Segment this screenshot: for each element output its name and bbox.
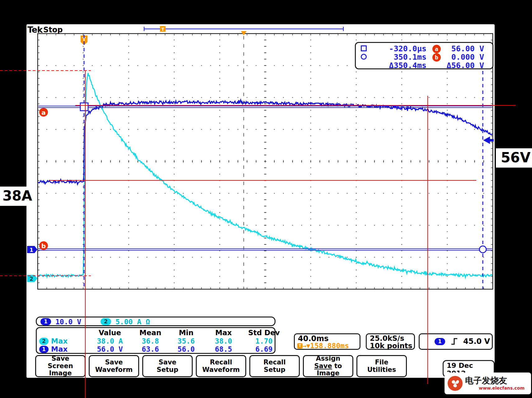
button-label: Setup xyxy=(143,366,192,374)
meas-mean: 63.6 xyxy=(132,345,169,353)
assign-save-to-image-button[interactable]: Assign Save to Image xyxy=(303,355,353,377)
col-header-max: Max xyxy=(205,329,242,337)
ch1-row-badge: 1 xyxy=(39,346,49,353)
arrow-icon: → xyxy=(303,342,306,349)
cursor-a-value: 56.00 V xyxy=(444,44,484,53)
button-label: Recall xyxy=(250,359,299,366)
elecfans-watermark: 电子发烧友 www.elecfans.com xyxy=(445,373,531,394)
down-marker-icon: ▼ xyxy=(306,343,310,349)
meas-name: Max xyxy=(51,337,73,345)
channel-scale-bar: 1 10.0 V 2 5.00 A Ω xyxy=(36,317,275,326)
record-length: 10k points xyxy=(370,342,412,350)
meas-mean: 36.8 xyxy=(132,337,169,345)
cursor1-square-icon xyxy=(361,45,367,51)
rising-edge-icon xyxy=(451,337,459,346)
acquisition-box: 25.0kS/s 10k points xyxy=(366,333,415,350)
timebase-box: 40.0ms T→▼158.880ms xyxy=(294,333,360,350)
watermark-brand: 电子发烧友 xyxy=(465,375,507,386)
button-label: File xyxy=(357,359,406,366)
watermark-url[interactable]: www.elecfans.com xyxy=(479,386,525,391)
button-label: Recall xyxy=(197,359,245,366)
acquisition-state-label: Stop xyxy=(43,25,63,34)
button-label: Waveform xyxy=(197,366,245,374)
meas-name: Max xyxy=(51,345,73,353)
meas-value: 38.0 A xyxy=(91,337,129,345)
ch2-badge[interactable]: 2 xyxy=(101,318,111,325)
ch2-scale[interactable]: 5.00 A Ω xyxy=(115,318,150,326)
button-label: Save xyxy=(143,359,192,366)
save-waveform-button[interactable]: Save Waveform xyxy=(89,355,139,377)
button-label: Waveform xyxy=(90,366,138,374)
col-header-value: Value xyxy=(91,329,129,337)
recall-waveform-button[interactable]: Recall Waveform xyxy=(196,355,246,377)
meas-min: 35.6 xyxy=(167,337,205,345)
ch2-row-badge: 2 xyxy=(39,338,49,345)
cursor-b-readout-badge: b xyxy=(432,53,441,62)
voltage-annotation-label: 56V xyxy=(496,148,532,168)
meas-max: 68.5 xyxy=(205,345,242,353)
cursor1-time: -320.0µs xyxy=(373,44,426,53)
trigger-level: 45.0 V xyxy=(463,337,490,346)
button-label: Utilities xyxy=(357,366,406,374)
button-label: Save xyxy=(36,355,85,363)
meas-stddev: 1.70 xyxy=(241,337,287,345)
col-header-mean: Mean xyxy=(132,329,169,337)
ch1-badge[interactable]: 1 xyxy=(40,318,51,325)
button-label: Save xyxy=(90,359,138,366)
cursor2-circle-icon xyxy=(361,54,367,60)
col-header-min: Min xyxy=(167,329,205,337)
ch1-scale[interactable]: 10.0 V xyxy=(55,318,81,326)
oscilloscope-screenshot: T T a b xyxy=(0,0,532,398)
button-label: Setup xyxy=(250,366,299,374)
button-label: Image xyxy=(304,370,352,377)
trigger-status-box: 1 45.0 V xyxy=(419,333,493,350)
cursor-a-readout-badge: a xyxy=(432,45,441,53)
meas-max: 38.0 xyxy=(205,337,242,345)
cursor2-time: 350.1ms xyxy=(373,53,426,62)
measurements-table: Value Mean Min Max Std Dev 2 Max 38.0 A … xyxy=(36,327,275,354)
col-header-stddev: Std Dev xyxy=(241,329,287,337)
delta-value: Δ56.00 V xyxy=(444,61,484,70)
current-annotation-label: 38A xyxy=(0,187,32,206)
recall-setup-button[interactable]: Recall Setup xyxy=(249,355,300,377)
delta-time: Δ350.4ms xyxy=(373,61,426,70)
button-label: Save to xyxy=(304,363,352,370)
trigger-t-icon: T xyxy=(297,343,303,349)
button-label: Screen Image xyxy=(36,363,85,377)
file-utilities-button[interactable]: File Utilities xyxy=(356,355,407,377)
trigger-source-badge: 1 xyxy=(435,338,445,345)
cursor-readout-box: -320.0µs 350.1ms Δ350.4ms a b 56.00 V 0.… xyxy=(355,42,493,69)
meas-min: 56.0 xyxy=(167,345,205,353)
cursor-b-value: 0.000 V xyxy=(444,53,484,62)
tek-logo: Tek xyxy=(27,25,42,35)
elecfans-logo-icon xyxy=(447,375,463,391)
save-screen-image-button[interactable]: Save Screen Image xyxy=(35,355,86,377)
button-label: Assign xyxy=(304,355,352,363)
sample-rate: 25.0kS/s xyxy=(370,334,404,342)
trigger-delay-value: 158.880ms xyxy=(310,342,349,350)
meas-value: 56.0 V xyxy=(91,345,129,353)
meas-stddev: 6.69 xyxy=(241,345,287,353)
save-setup-button[interactable]: Save Setup xyxy=(142,355,193,377)
